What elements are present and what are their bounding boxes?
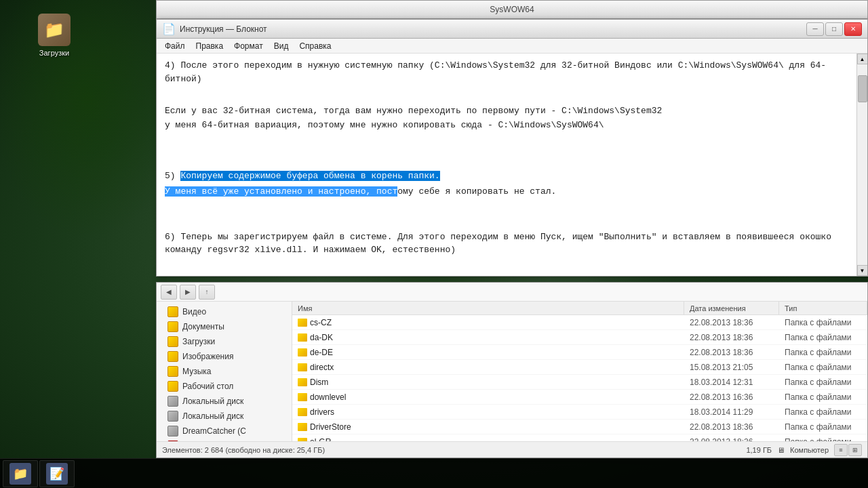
- file-folder-icon: [298, 423, 307, 431]
- file-name: Dism: [310, 378, 328, 387]
- file-name-cell: de-DE: [292, 348, 684, 357]
- maximize-button[interactable]: □: [825, 22, 843, 36]
- table-row[interactable]: drivers 18.03.2014 11:29 Папка с файлами: [292, 405, 867, 420]
- file-date-cell: 18.03.2014 11:29: [684, 407, 779, 417]
- file-name-cell: cs-CZ: [292, 318, 684, 327]
- sidebar-item-music[interactable]: Музыка: [157, 364, 292, 379]
- statusbar-items: Элементов: 2 684 (свободно на диске: 25,…: [162, 446, 325, 454]
- sidebar-label-images: Изображения: [182, 352, 233, 361]
- downloads-folder-icon: 📁: [38, 14, 71, 46]
- sidebar-item-video[interactable]: Видео: [157, 304, 292, 319]
- table-row[interactable]: de-DE 22.08.2013 18:36 Папка с файлами: [292, 345, 867, 360]
- table-row[interactable]: Dism 18.03.2014 12:31 Папка с файлами: [292, 375, 867, 390]
- sidebar-item-downloads[interactable]: Загрузки: [157, 334, 292, 349]
- sidebar-item-documents[interactable]: Документы: [157, 319, 292, 334]
- sidebar-item-images[interactable]: Изображения: [157, 349, 292, 364]
- file-list-header: Имя Дата изменения Тип: [292, 302, 867, 315]
- header-type[interactable]: Тип: [779, 302, 867, 314]
- table-row[interactable]: downlevel 22.08.2013 16:36 Папка с файла…: [292, 390, 867, 405]
- menu-format[interactable]: Формат: [229, 39, 269, 53]
- file-type-cell: Папка с файлами: [779, 318, 867, 327]
- notepad-title-text: Инструкция — Блокнот: [180, 24, 267, 34]
- file-folder-icon: [298, 393, 307, 401]
- file-type-cell: Папка с файлами: [779, 407, 867, 417]
- menu-help[interactable]: Справка: [294, 39, 336, 53]
- table-row[interactable]: el-GR 22.08.2013 18:36 Папка с файлами: [292, 434, 867, 441]
- notepad-textarea[interactable]: 4) После этого переходим в нужную систем…: [157, 54, 856, 276]
- header-date[interactable]: Дата изменения: [684, 302, 779, 314]
- taskbar-item-notepad[interactable]: 📝: [39, 460, 75, 487]
- sidebar-label-local1: Локальный диск: [182, 396, 243, 406]
- paragraph5-highlight: Копируем содержимое буфера обмена в коре…: [180, 171, 439, 181]
- syswow-window-titlebar: SysWOW64: [156, 0, 868, 19]
- selected-text: У меня всё уже установлено и настроено, …: [165, 186, 397, 197]
- scroll-up-arrow[interactable]: ▲: [857, 54, 868, 64]
- empty-line4: [165, 204, 848, 218]
- sidebar-label-local2: Локальный диск: [182, 411, 243, 421]
- file-explorer-window: ◀ ▶ ↑ Видео Документы Загрузки: [156, 282, 868, 458]
- forward-button[interactable]: ▶: [180, 285, 196, 300]
- file-date: 22.08.2013 18:36: [690, 348, 753, 357]
- sidebar-item-local1[interactable]: Локальный диск: [157, 394, 292, 409]
- taskbar-items: 📁 📝: [0, 459, 77, 488]
- table-row[interactable]: da-DK 22.08.2013 18:36 Папка с файлами: [292, 330, 867, 345]
- file-type-cell: Папка с файлами: [779, 363, 867, 372]
- menu-view[interactable]: Вид: [269, 39, 294, 53]
- paragraph4: 4) После этого переходим в нужную систем…: [165, 59, 848, 85]
- sidebar-item-local2[interactable]: Локальный диск: [157, 409, 292, 424]
- folder-icon-desktop: [167, 381, 178, 392]
- file-folder-icon: [298, 348, 307, 357]
- details-view-icon[interactable]: ⊞: [848, 444, 862, 456]
- file-type-cell: Папка с файлами: [779, 392, 867, 402]
- file-name: drivers: [310, 407, 334, 417]
- sidebar-label-desktop: Рабочий стол: [182, 382, 233, 391]
- file-folder-icon: [298, 378, 307, 386]
- file-date: 22.08.2013 18:36: [690, 422, 753, 432]
- paragraph5-line: 5) Копируем содержимое буфера обмена в к…: [165, 169, 848, 183]
- paragraph5-number: 5): [165, 171, 180, 181]
- sidebar-label-video: Видео: [182, 307, 206, 317]
- back-button[interactable]: ◀: [161, 285, 177, 300]
- table-row[interactable]: DriverStore 22.08.2013 18:36 Папка с фай…: [292, 420, 867, 434]
- table-row[interactable]: directx 15.08.2013 21:05 Папка с файлами: [292, 360, 867, 375]
- list-view-icon[interactable]: ≡: [834, 444, 848, 456]
- syswow-title: SysWOW64: [490, 5, 534, 14]
- up-button[interactable]: ↑: [199, 285, 215, 300]
- header-name[interactable]: Имя: [292, 302, 684, 314]
- file-type: Папка с файлами: [785, 392, 852, 402]
- scroll-thumb[interactable]: [858, 75, 867, 102]
- scroll-down-arrow[interactable]: ▼: [857, 265, 868, 276]
- taskbar-item-folder[interactable]: 📁: [3, 460, 38, 487]
- file-date: 15.08.2013 21:05: [690, 363, 753, 372]
- paragraph5-selected: У меня всё уже установлено и настроено, …: [165, 185, 848, 199]
- menu-edit[interactable]: Правка: [191, 39, 229, 53]
- file-list: Имя Дата изменения Тип cs-CZ 22.08.2013 …: [292, 302, 867, 441]
- taskbar-folder-icon: 📁: [9, 463, 31, 485]
- sidebar-item-desktop[interactable]: Рабочий стол: [157, 379, 292, 394]
- menu-file[interactable]: Файл: [159, 39, 191, 53]
- file-type-cell: Папка с файлами: [779, 422, 867, 432]
- notepad-window: 📄 Инструкция — Блокнот ─ □ ✕ Файл Правка…: [156, 19, 868, 277]
- view-icons: ≡ ⊞: [834, 444, 862, 456]
- file-type: Папка с файлами: [785, 333, 852, 342]
- file-folder-icon: [298, 408, 307, 416]
- close-button[interactable]: ✕: [844, 22, 862, 36]
- folder-icon-local2: [167, 411, 178, 422]
- table-row[interactable]: cs-CZ 22.08.2013 18:36 Папка с файлами: [292, 315, 867, 330]
- folder-icon-local1: [167, 396, 178, 407]
- desktop-icon-downloads[interactable]: 📁 Загрузки: [27, 14, 81, 57]
- sidebar-item-dreamcatcher[interactable]: DreamCatcher (C: [157, 424, 292, 439]
- sidebar-label-dreamcatcher: DreamCatcher (C: [182, 426, 246, 436]
- free-space: (свободно на диске: 25,4 ГБ): [225, 446, 325, 454]
- file-date: 18.03.2014 12:31: [690, 378, 753, 387]
- line3-text: у меня 64-битная вариация, поэтому мне н…: [165, 119, 848, 132]
- file-type-cell: Папка с файлами: [779, 378, 867, 387]
- location-label: Компьютер: [790, 446, 829, 454]
- minimize-button[interactable]: ─: [806, 22, 824, 36]
- notepad-scrollbar[interactable]: ▲ ▼: [856, 54, 867, 276]
- disk-size: 1,19 ГБ: [746, 446, 772, 454]
- file-name-cell: drivers: [292, 407, 684, 417]
- taskbar: 📁 📝: [0, 458, 868, 488]
- empty-line1: [165, 91, 848, 104]
- file-type: Папка с файлами: [785, 422, 852, 432]
